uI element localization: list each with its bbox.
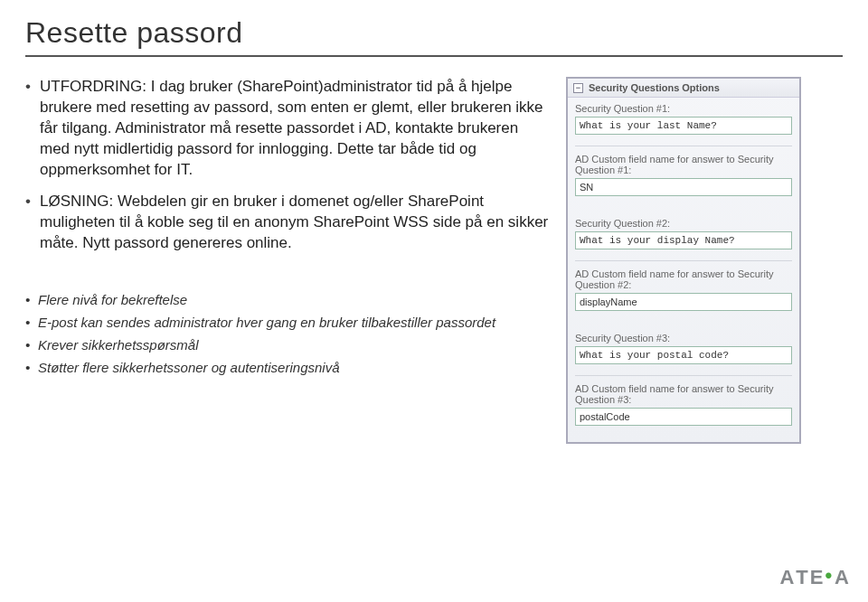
subbullet-3: Krever sikkerhetsspørsmål: [25, 335, 550, 354]
sub-bullets: Flere nivå for bekreftelse E-post kan se…: [25, 290, 550, 377]
page-title: Resette passord: [25, 16, 843, 50]
collapse-icon[interactable]: −: [573, 83, 583, 93]
title-rule: [25, 55, 843, 57]
panel-header[interactable]: − Security Questions Options: [568, 79, 799, 98]
q3-label: Security Question #3:: [575, 333, 792, 343]
q3-ad-input[interactable]: [575, 408, 792, 426]
question-group-1: Security Question #1: AD Custom field na…: [568, 98, 799, 212]
q1-input[interactable]: [575, 117, 792, 135]
question-group-2: Security Question #2: AD Custom field na…: [568, 212, 799, 327]
q2-ad-label: AD Custom field name for answer to Secur…: [575, 268, 792, 290]
logo-letter-a: A: [779, 566, 793, 589]
q1-ad-label: AD Custom field name for answer to Secur…: [575, 154, 792, 175]
security-questions-panel: − Security Questions Options Security Qu…: [566, 77, 801, 444]
subbullet-2: E-post kan sendes administrator hver gan…: [25, 313, 550, 332]
bullet-challenge: UTFORDRING: I dag bruker (SharePoint)adm…: [25, 77, 550, 181]
footer-logo: A T E • A: [779, 566, 848, 589]
subbullet-4: Støtter flere sikkerhetssoner og autenti…: [25, 358, 550, 377]
separator: [575, 260, 792, 261]
bullet-solution: LØSNING: Webdelen gir en bruker i domene…: [25, 192, 550, 254]
q2-input[interactable]: [575, 231, 792, 249]
q3-input[interactable]: [575, 346, 792, 364]
q1-label: Security Question #1:: [575, 103, 792, 114]
q1-ad-input[interactable]: [575, 178, 792, 196]
panel-header-label: Security Questions Options: [589, 82, 720, 93]
subbullet-1: Flere nivå for bekreftelse: [25, 290, 550, 309]
logo-letter-t: T: [796, 566, 807, 589]
logo-letter-a2: A: [835, 566, 848, 589]
separator: [575, 146, 792, 146]
content-right: − Security Questions Options Security Qu…: [566, 77, 801, 444]
question-group-3: Security Question #3: AD Custom field na…: [568, 327, 799, 442]
q3-ad-label: AD Custom field name for answer to Secur…: [575, 383, 792, 405]
logo-letter-e: E: [810, 566, 823, 589]
q2-ad-input[interactable]: [575, 293, 792, 311]
q2-label: Security Question #2:: [575, 218, 792, 229]
separator: [575, 375, 792, 376]
main-bullets: UTFORDRING: I dag bruker (SharePoint)adm…: [25, 77, 550, 254]
content-left: UTFORDRING: I dag bruker (SharePoint)adm…: [25, 77, 550, 444]
